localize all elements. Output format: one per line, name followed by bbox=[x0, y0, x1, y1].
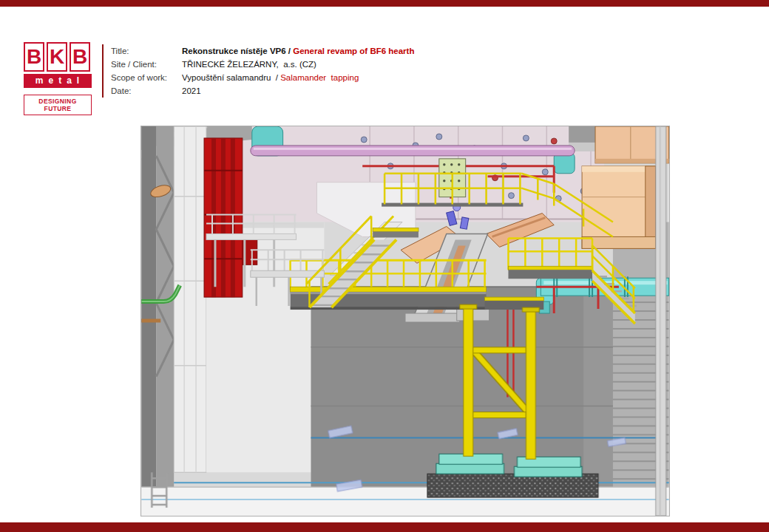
logo-letter-b1: B bbox=[24, 42, 44, 72]
info-row-scope: Scope of work: Vypouštění salamandru / S… bbox=[111, 71, 516, 84]
info-value: 2021 bbox=[182, 84, 201, 98]
logo-letter-b2: B bbox=[70, 42, 90, 72]
info-value-text: 2021 bbox=[182, 86, 201, 95]
info-value-accent: General revamp of BF6 hearth bbox=[293, 47, 414, 55]
right-steel-column bbox=[656, 126, 666, 516]
info-row-title: Title: Rekonstrukce nístěje VP6 / Genera… bbox=[111, 44, 516, 58]
info-label: Site / Client: bbox=[111, 58, 182, 71]
info-value-text: Vypouštění salamandru / bbox=[182, 73, 280, 82]
info-value-accent: Salamander tapping bbox=[280, 73, 359, 82]
top-accent-bar bbox=[0, 0, 769, 7]
info-label: Title: bbox=[111, 44, 182, 58]
logo-letters: B K B bbox=[24, 42, 92, 72]
logo-tagline: DESIGNING FUTURE bbox=[24, 95, 92, 115]
info-row-site-client: Site / Client: TŘINECKÉ ŽELEZÁRNY, a.s. … bbox=[111, 58, 516, 71]
bkb-metal-logo: B K B metal DESIGNING FUTURE bbox=[24, 42, 92, 115]
info-value-text: Rekonstrukce nístěje VP6 / bbox=[182, 47, 293, 55]
logo-letter-k: K bbox=[47, 42, 67, 72]
logo-wordmark: metal bbox=[24, 74, 92, 88]
left-steel-column bbox=[141, 126, 206, 487]
bottom-accent-bar bbox=[0, 522, 769, 532]
info-value-text: TŘINECKÉ ŽELEZÁRNY, a.s. (CZ) bbox=[182, 60, 316, 69]
info-label: Date: bbox=[111, 84, 182, 98]
info-label: Scope of work: bbox=[111, 71, 182, 84]
info-value: Rekonstrukce nístěje VP6 / General revam… bbox=[182, 44, 414, 58]
info-value: Vypouštění salamandru / Salamander tappi… bbox=[182, 71, 359, 84]
project-info-table: Title: Rekonstrukce nístěje VP6 / Genera… bbox=[102, 44, 516, 98]
cad-rendering bbox=[141, 126, 669, 516]
info-row-date: Date: 2021 bbox=[111, 84, 516, 98]
gravel-pad bbox=[427, 474, 598, 497]
info-value: TŘINECKÉ ŽELEZÁRNY, a.s. (CZ) bbox=[182, 58, 316, 71]
project-figure bbox=[140, 126, 670, 516]
